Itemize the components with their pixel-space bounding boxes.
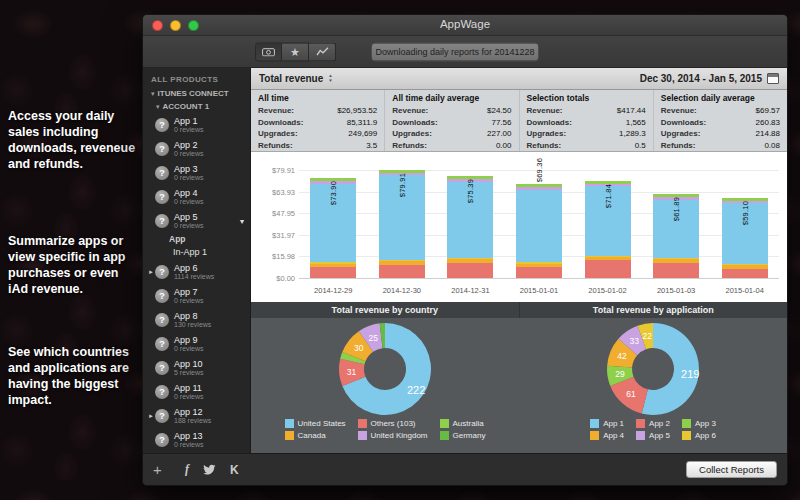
disclosure-open-icon[interactable]: ▾ <box>240 217 244 226</box>
donut-headers: Total revenue by country Total revenue b… <box>251 302 787 318</box>
country-chart-panel: 222313025 United StatesOthers (103)Austr… <box>251 318 519 453</box>
sidebar-group-account[interactable]: ▾ ACCOUNT 1 <box>143 100 250 113</box>
sidebar-app-item[interactable]: ?App 40 reviews <box>143 185 250 209</box>
bar-value-label: $61.89 <box>672 197 681 221</box>
sidebar-app-item[interactable]: ?App 20 reviews <box>143 137 250 161</box>
app-question-icon: ? <box>155 289 169 303</box>
star-icon: ★ <box>290 46 300 57</box>
app-donut-chart: 2196129423322 <box>603 319 703 419</box>
stepper-icon[interactable]: ▲ ▼ <box>328 74 332 83</box>
sidebar-app-list: ?App 10 reviews?App 20 reviews?App 30 re… <box>143 113 250 452</box>
stat-row: Refunds:0.00 <box>392 140 511 151</box>
legend-label: United States <box>298 419 346 428</box>
y-axis-tick: $79.91 <box>251 166 295 175</box>
app-legend: App 1App 2App 3App 4App 5App 6 <box>590 419 716 440</box>
bar-segment <box>722 269 768 279</box>
stat-value: 3.5 <box>366 140 377 151</box>
disclosure-closed-icon[interactable]: ▸ <box>147 412 155 420</box>
sidebar-app-item[interactable]: ?App 50 reviews▾ <box>143 209 250 233</box>
zoom-button[interactable] <box>188 20 199 31</box>
sidebar-all-products[interactable]: ALL PRODUCTS <box>143 72 250 87</box>
stat-row: Upgrades:1,289.3 <box>527 128 646 140</box>
stat-row: Refunds:3.5 <box>258 140 377 151</box>
sidebar-app-item[interactable]: ?App 30 reviews <box>143 161 250 185</box>
facebook-icon[interactable]: f <box>185 462 189 477</box>
donut-row: 222313025 United StatesOthers (103)Austr… <box>251 318 787 453</box>
stat-label: Refunds: <box>258 140 293 151</box>
app-question-icon: ? <box>155 361 169 375</box>
legend-item: Others (103) <box>358 419 428 428</box>
minimize-button[interactable] <box>170 20 181 31</box>
legend-item: App 1 <box>590 419 624 428</box>
donut-slice-value: 61 <box>626 389 636 399</box>
sidebar-app-item[interactable]: ?App 110 reviews <box>143 380 250 404</box>
y-axis-tick: $63.93 <box>251 188 295 197</box>
add-account-button[interactable]: + <box>153 461 171 478</box>
country-chart-title: Total revenue by country <box>251 302 520 318</box>
stat-value: $69.57 <box>756 105 780 117</box>
app-question-icon: ? <box>155 409 169 423</box>
bar: $71.842015-01-02 <box>585 170 631 278</box>
app-item-text: App 50 reviews <box>174 213 204 230</box>
appwage-window: AppWage ★ Downloading <box>142 14 788 486</box>
date-range-picker[interactable]: Dec 30, 2014 - Jan 5, 2015 <box>640 73 779 84</box>
stat-value: $417.44 <box>617 105 646 117</box>
rankings-view-button[interactable] <box>309 42 336 61</box>
donut-slice-value: 22 <box>643 331 653 341</box>
disclosure-open-icon[interactable]: ▾ <box>151 90 155 98</box>
bar-value-label: $73.90 <box>329 181 338 205</box>
bar-segment <box>516 190 562 263</box>
sidebar-group-itunes-connect[interactable]: ▾ ITUNES CONNECT <box>143 87 250 100</box>
app-review-count: 0 reviews <box>174 150 204 157</box>
sidebar-app-item[interactable]: ?App 105 reviews <box>143 356 250 380</box>
close-button[interactable] <box>152 20 163 31</box>
reviews-view-button[interactable]: ★ <box>282 42 309 61</box>
legend-item: Australia <box>440 419 486 428</box>
disclosure-open-icon[interactable]: ▾ <box>156 103 160 111</box>
sidebar-app-item[interactable]: ?App 10 reviews <box>143 113 250 137</box>
app-item-text: App 12188 reviews <box>174 408 211 425</box>
bottom-bar: + f K Collect Reports <box>143 453 787 485</box>
app-review-count: 0 reviews <box>174 174 204 181</box>
stats-column: All time daily averageRevenue:$24.50Down… <box>385 90 519 151</box>
bar: $75.392014-12-31 <box>447 170 493 278</box>
app-name: App 7 <box>174 288 204 297</box>
sidebar-group-label: ITUNES CONNECT <box>158 89 229 98</box>
legend-item: App 4 <box>590 431 624 440</box>
stat-label: Refunds: <box>661 140 696 151</box>
stat-row: Refunds:0.08 <box>661 140 780 151</box>
toolbar: ★ Downloading daily reports for 20141228 <box>143 36 787 68</box>
sidebar-app-item[interactable]: ?App 70 reviews <box>143 284 250 308</box>
dashboard-view-button[interactable] <box>255 42 282 61</box>
disclosure-closed-icon[interactable]: ▸ <box>147 268 155 276</box>
sidebar-inapp-item[interactable]: In-App 1 <box>143 246 250 260</box>
app-question-icon: ? <box>155 142 169 156</box>
bar-value-label: $71.84 <box>603 184 612 208</box>
app-review-count: 1114 reviews <box>174 273 214 280</box>
stat-label: Upgrades: <box>392 128 432 140</box>
legend-label: App 5 <box>649 431 670 440</box>
sidebar-app-item[interactable]: ?App 90 reviews <box>143 332 250 356</box>
kickstarter-icon[interactable]: K <box>230 463 239 477</box>
app-donut: 2196129423322 <box>603 319 703 419</box>
bar-segment <box>516 267 562 278</box>
line-chart-icon <box>316 47 329 57</box>
legend-item: App 6 <box>682 431 716 440</box>
calendar-icon[interactable] <box>767 73 779 84</box>
app-name: App 2 <box>174 141 204 150</box>
app-name: App 11 <box>174 384 204 393</box>
titlebar[interactable]: AppWage <box>143 15 787 36</box>
sidebar-app-item[interactable]: ▸?App 61114 reviews <box>143 260 250 284</box>
collect-reports-button[interactable]: Collect Reports <box>686 461 777 478</box>
metric-selector[interactable]: Total revenue ▲ ▼ <box>259 73 333 84</box>
app-item-text: App 70 reviews <box>174 288 204 305</box>
sidebar-app-item[interactable]: ?App 8130 reviews <box>143 308 250 332</box>
sidebar-app-item[interactable]: ▸?App 12188 reviews <box>143 404 250 428</box>
app-review-count: 0 reviews <box>174 345 204 352</box>
stat-row: Upgrades:227.00 <box>392 128 511 140</box>
stat-row: Downloads:77.56 <box>392 117 511 129</box>
sidebar-app-item[interactable]: ?App 130 reviews <box>143 428 250 452</box>
twitter-icon[interactable] <box>203 463 216 476</box>
legend-swatch <box>440 419 449 428</box>
bars-area: $73.902014-12-29$79.912014-12-30$75.3920… <box>299 170 779 278</box>
